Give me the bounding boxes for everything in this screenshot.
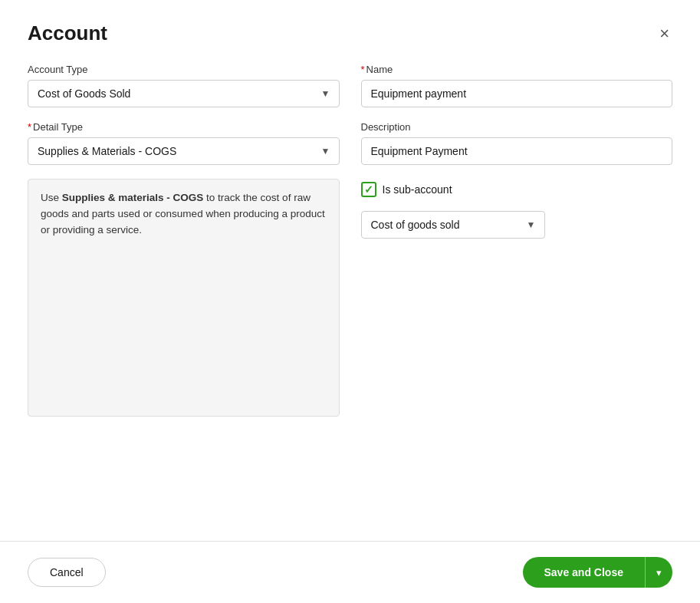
dialog-footer: Cancel Save and Close ▾ [0, 541, 700, 603]
cancel-button[interactable]: Cancel [28, 558, 106, 587]
description-col: Description [361, 121, 673, 165]
info-box-col: Use Supplies & materials - COGS to track… [28, 179, 340, 526]
page-title: Account [28, 21, 107, 45]
description-label: Description [361, 121, 673, 133]
form-row-1: Account Type Cost of Goods Sold Expenses… [28, 64, 672, 107]
info-text-before: Use [41, 192, 62, 203]
sub-account-row: ✓ Is sub-account [361, 182, 673, 197]
name-required-star: * [361, 64, 365, 75]
main-two-col: Use Supplies & materials - COGS to track… [28, 179, 672, 526]
is-sub-account-label: Is sub-account [383, 183, 452, 196]
detail-type-col: *Detail Type Supplies & Materials - COGS… [28, 121, 340, 165]
name-label: *Name [361, 64, 673, 75]
save-close-group: Save and Close ▾ [523, 557, 673, 588]
detail-type-label: *Detail Type [28, 121, 340, 133]
name-input[interactable] [361, 80, 673, 107]
save-close-button[interactable]: Save and Close [523, 557, 646, 588]
save-close-chevron-icon: ▾ [656, 567, 662, 578]
close-icon: × [659, 25, 669, 42]
account-type-select-wrapper: Cost of Goods Sold Expenses Income Asset… [28, 80, 340, 107]
dialog-body: Account Type Cost of Goods Sold Expenses… [0, 58, 700, 541]
detail-type-select-wrapper: Supplies & Materials - COGS Other COGS ▼ [28, 137, 340, 165]
account-type-select[interactable]: Cost of Goods Sold Expenses Income Asset… [28, 80, 340, 107]
dialog-header: Account × [0, 0, 700, 58]
account-type-label: Account Type [28, 64, 340, 75]
sub-account-select[interactable]: Cost of goods sold Other [361, 211, 545, 239]
description-input[interactable] [361, 137, 673, 165]
checkmark-icon: ✓ [364, 184, 373, 195]
save-close-dropdown-button[interactable]: ▾ [645, 557, 672, 588]
sub-account-select-wrapper: Cost of goods sold Other ▼ [361, 211, 545, 239]
info-text-bold: Supplies & materials - COGS [62, 192, 204, 203]
detail-type-select[interactable]: Supplies & Materials - COGS Other COGS [28, 137, 340, 165]
account-dialog: Account × Account Type Cost of Goods Sol… [0, 0, 700, 603]
account-type-col: Account Type Cost of Goods Sold Expenses… [28, 64, 340, 107]
is-sub-account-checkbox-wrapper[interactable]: ✓ Is sub-account [361, 182, 452, 197]
form-row-2: *Detail Type Supplies & Materials - COGS… [28, 121, 672, 165]
close-button[interactable]: × [656, 22, 672, 45]
detail-type-required-star: * [28, 121, 31, 133]
is-sub-account-checkbox[interactable]: ✓ [361, 182, 376, 197]
info-box: Use Supplies & materials - COGS to track… [28, 179, 340, 417]
sub-account-col: ✓ Is sub-account Cost of goods sold Othe… [361, 179, 673, 526]
name-col: *Name [361, 64, 673, 107]
